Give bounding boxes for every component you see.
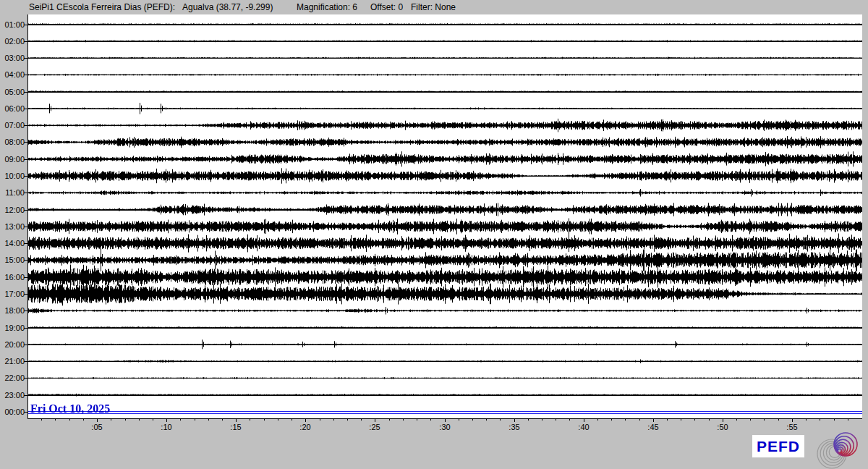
hour-label: 08:00 (0, 138, 25, 146)
hour-label: 12:00 (0, 206, 25, 214)
minute-label: :40 (569, 423, 598, 431)
minute-tick (709, 419, 710, 421)
minute-tick (625, 419, 626, 421)
hour-tick (24, 328, 28, 329)
minute-label: :15 (221, 423, 250, 431)
helicorder-canvas[interactable] (28, 14, 862, 418)
minute-tick (736, 419, 737, 421)
hour-label: 14:00 (0, 239, 25, 248)
hour-tick (24, 260, 28, 261)
hour-label: 16:00 (0, 273, 25, 282)
minute-label: :05 (82, 423, 111, 431)
hour-tick (24, 92, 28, 93)
minute-tick (250, 419, 250, 421)
minute-tick (528, 419, 529, 421)
hour-tick (24, 41, 28, 42)
minute-tick (542, 419, 542, 421)
hour-tick (24, 227, 28, 227)
minute-label: :35 (500, 423, 529, 431)
minute-tick (153, 419, 153, 421)
minute-tick (597, 419, 598, 421)
hour-tick (24, 142, 28, 143)
minute-tick (320, 419, 320, 421)
minute-tick (41, 419, 42, 421)
minute-tick (723, 419, 723, 422)
minute-tick (445, 419, 446, 422)
minute-tick (69, 419, 70, 421)
hour-label: 18:00 (0, 306, 25, 315)
minute-tick (611, 419, 612, 421)
minute-tick (750, 419, 751, 421)
minute-tick (375, 419, 375, 422)
minute-tick (764, 419, 765, 421)
minute-tick (208, 419, 209, 421)
minute-label: :45 (639, 423, 668, 431)
minute-tick (486, 419, 487, 421)
minute-tick (195, 419, 195, 421)
hour-label: 04:00 (0, 70, 25, 79)
minute-tick (97, 419, 98, 422)
minute-label: :20 (291, 423, 320, 431)
hour-label: 22:00 (0, 373, 25, 382)
hour-label: 15:00 (0, 255, 25, 264)
minute-tick (305, 419, 306, 422)
minute-tick (166, 419, 167, 422)
hour-label: 03:00 (0, 54, 25, 62)
hour-label: 01:00 (0, 20, 25, 29)
minute-tick (514, 419, 515, 422)
station-title: SeiPi1 CEscola Ferreira Dias (PEFD): (29, 2, 175, 12)
hour-label: 23:00 (0, 391, 25, 400)
minute-tick (848, 419, 848, 421)
minute-tick (556, 419, 556, 421)
minute-label: :55 (778, 423, 807, 431)
minute-tick (236, 419, 237, 422)
offset-value: Offset: 0 (370, 2, 403, 12)
hour-tick (24, 412, 28, 413)
minute-tick (292, 419, 292, 421)
hour-tick (24, 345, 28, 345)
minute-tick (347, 419, 348, 421)
minute-tick (430, 419, 431, 421)
minute-tick (361, 419, 362, 421)
minute-label: :25 (360, 423, 389, 431)
minute-tick (500, 419, 501, 421)
minute-tick (180, 419, 181, 421)
hour-label: 20:00 (0, 340, 25, 349)
hour-tick (24, 193, 28, 193)
minute-tick (834, 419, 835, 421)
filter-value: Filter: None (411, 2, 456, 12)
hour-tick (24, 277, 28, 278)
minute-tick (278, 419, 278, 421)
minute-tick (55, 419, 56, 421)
hour-tick (24, 159, 28, 160)
station-location: Agualva (38.77, -9.299) (182, 2, 273, 12)
hour-label: 05:00 (0, 88, 25, 96)
minute-tick (569, 419, 570, 421)
hour-label: 21:00 (0, 357, 25, 366)
station-badge: PEFD (752, 435, 804, 457)
hour-label: 19:00 (0, 324, 25, 332)
hour-tick (24, 25, 28, 25)
minute-tick (417, 419, 417, 421)
minute-label: :50 (708, 423, 737, 431)
minute-tick (139, 419, 140, 421)
hour-tick (24, 125, 28, 126)
date-label: Fri Oct 10, 2025 (30, 402, 110, 415)
hour-tick (24, 294, 28, 295)
hour-tick (24, 361, 28, 362)
hour-tick (24, 378, 28, 379)
minute-tick (222, 419, 223, 421)
helicorder-window: SeiPi1 CEscola Ferreira Dias (PEFD): Agu… (0, 0, 868, 469)
minute-tick (820, 419, 820, 421)
hour-tick (24, 176, 28, 177)
minute-tick (472, 419, 473, 421)
minute-tick (125, 419, 126, 421)
minute-tick (459, 419, 459, 421)
hour-label: 10:00 (0, 172, 25, 180)
minute-tick (681, 419, 681, 421)
hour-tick (24, 109, 28, 109)
minute-tick (694, 419, 695, 421)
minute-tick (806, 419, 807, 421)
hour-label: 11:00 (0, 188, 25, 197)
hour-label: 00:00 (0, 407, 25, 416)
